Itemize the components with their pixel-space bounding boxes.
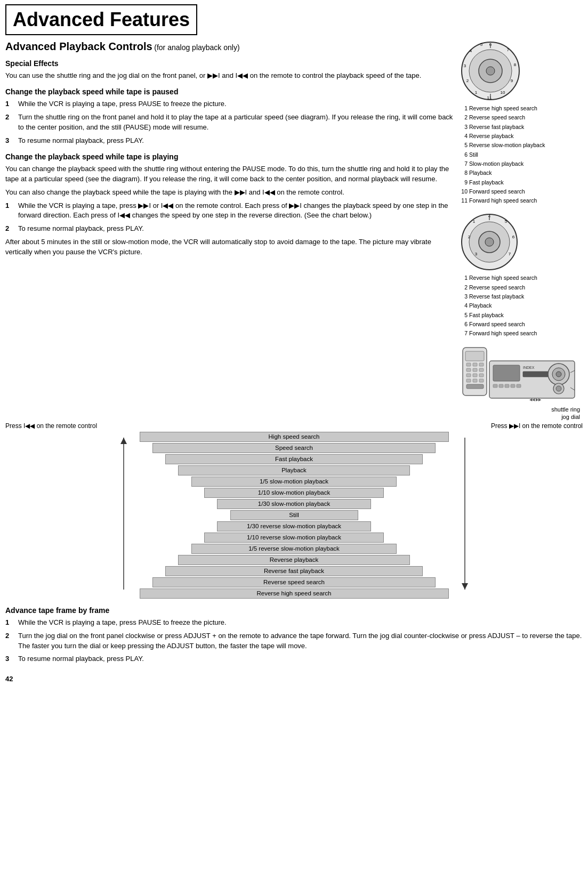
svg-text:2: 2 — [468, 235, 471, 239]
svg-rect-51 — [517, 384, 521, 388]
chart-bar: Reverse fast playback — [165, 566, 423, 576]
svg-rect-48 — [499, 384, 503, 388]
chart-bars: High speed searchSpeed searchFast playba… — [137, 432, 452, 599]
svg-rect-41 — [473, 379, 477, 382]
staircase-chart: High speed searchSpeed searchFast playba… — [108, 432, 481, 599]
dial1-label-item: 3Reverse fast playback — [460, 123, 583, 132]
dial2-label-item: 3Reverse fast playback — [460, 292, 583, 301]
dial1-label-item: 6Still — [460, 150, 583, 159]
dial2-svg: 4 5 6 7 3 2 1 — [460, 213, 519, 271]
change-paused-step3: 3 To resume normal playback, press PLAY. — [5, 136, 455, 146]
svg-rect-39 — [479, 374, 484, 377]
svg-rect-47 — [493, 384, 497, 388]
dial1-svg: 6 7 8 9 10 11 1 2 3 4 5 — [460, 41, 521, 102]
svg-text:5: 5 — [480, 42, 483, 47]
chart-row: Speed search — [137, 443, 452, 453]
chart-row: 1/5 reverse slow-motion playback — [137, 544, 452, 554]
right-arrow — [449, 432, 481, 599]
advance-step1-text: While the VCR is playing a tape, press P… — [18, 618, 583, 628]
svg-text:10: 10 — [501, 90, 505, 95]
dial2-label-item: 1Reverse high speed search — [460, 273, 583, 283]
shuttle-ring-label: shuttle ring — [551, 406, 580, 413]
change-paused-step2-text: Turn the shuttle ring on the front panel… — [18, 112, 455, 133]
chart-bar: Reverse high speed search — [140, 588, 449, 599]
chart-bar: Reverse playback — [178, 555, 409, 565]
section-subtitle: (for analog playback only) — [154, 43, 239, 52]
svg-rect-31 — [466, 363, 471, 366]
chart-bar: 1/30 slow-motion playback — [217, 499, 371, 509]
svg-rect-37 — [466, 374, 471, 377]
special-effects-section: Special Effects You can use the shuttle … — [5, 58, 455, 81]
chart-row: 1/5 slow-motion playback — [137, 477, 452, 487]
chart-bar: Playback — [178, 465, 409, 475]
chart-bar: 1/5 reverse slow-motion playback — [191, 544, 397, 554]
svg-text:9: 9 — [511, 78, 513, 83]
svg-text:4: 4 — [470, 49, 472, 53]
svg-rect-40 — [466, 379, 471, 382]
svg-point-27 — [485, 238, 494, 246]
vcr-svg: INDEX ◀◀ ▶▶ — [460, 345, 577, 414]
change-playing-step2: 2 To resume normal playback, press PLAY. — [5, 224, 455, 234]
advance-step3-text: To resume normal playback, press PLAY. — [18, 654, 583, 664]
svg-rect-34 — [466, 368, 471, 372]
svg-text:11: 11 — [487, 95, 492, 100]
svg-rect-38 — [473, 374, 477, 377]
vcr-section: INDEX ◀◀ ▶▶ shuttle ring jog dial — [460, 345, 583, 420]
dial2-label-item: 7Forward high speed search — [460, 329, 583, 338]
dial1-labels: 1Reverse high speed search2Reverse speed… — [460, 104, 583, 205]
left-arrow — [108, 432, 140, 599]
dial2-label-item: 4Playback — [460, 301, 583, 310]
chart-bar: Fast playback — [165, 454, 423, 464]
change-paused-step3-text: To resume normal playback, press PLAY. — [18, 136, 455, 146]
change-playing-heading: Change the playback speed while tape is … — [5, 151, 455, 162]
press-left-label: Press I◀◀ on the remote control — [5, 422, 97, 430]
chart-bar: High speed search — [140, 432, 449, 442]
dial1-label-item: 1Reverse high speed search — [460, 104, 583, 113]
change-playing-para3: After about 5 minutes in the still or sl… — [5, 237, 455, 257]
chart-row: Reverse fast playback — [137, 566, 452, 576]
chart-row: 1/30 reverse slow-motion playback — [137, 521, 452, 531]
chart-section: Press I◀◀ on the remote control Press ▶▶… — [0, 420, 588, 599]
chart-row: 1/30 slow-motion playback — [137, 499, 452, 509]
advance-step3: 3 To resume normal playback, press PLAY. — [5, 654, 583, 664]
svg-rect-42 — [479, 379, 484, 382]
change-paused-heading: Change the playback speed while tape is … — [5, 86, 455, 97]
chart-row: High speed search — [137, 432, 452, 442]
change-playing-section: Change the playback speed while tape is … — [5, 151, 455, 257]
change-playing-step2-text: To resume normal playback, press PLAY. — [18, 224, 455, 234]
page-wrapper: Advanced Features Advanced Playback Cont… — [0, 0, 588, 688]
svg-rect-43 — [466, 384, 484, 389]
svg-text:3: 3 — [464, 63, 466, 68]
svg-rect-33 — [479, 363, 484, 366]
svg-text:1: 1 — [473, 219, 476, 224]
change-paused-section: Change the playback speed while tape is … — [5, 86, 455, 146]
page-number-area: 42 — [0, 675, 588, 688]
right-column: 6 7 8 9 10 11 1 2 3 4 5 — [460, 41, 583, 420]
chart-row: Reverse playback — [137, 555, 452, 565]
chart-bar: Speed search — [152, 443, 436, 453]
playback-controls-heading: Advanced Playback Controls (for analog p… — [5, 41, 455, 53]
dial1-label-item: 4Reverse playback — [460, 132, 583, 141]
svg-rect-45 — [493, 365, 520, 381]
chart-row: Reverse speed search — [137, 577, 452, 587]
change-playing-step1-text: While the VCR is playing a tape, press ▶… — [18, 201, 455, 221]
advance-step2-text: Turn the jog dial on the front panel clo… — [18, 631, 583, 651]
dial1-label-item: 8Playback — [460, 168, 583, 178]
chart-press-row: Press I◀◀ on the remote control Press ▶▶… — [5, 422, 583, 430]
dial2-label-item: 6Forward speed search — [460, 320, 583, 329]
page-title: Advanced Features — [13, 9, 190, 31]
svg-text:5: 5 — [505, 219, 508, 224]
svg-text:2: 2 — [466, 78, 469, 83]
page-number: 42 — [5, 675, 13, 683]
jog-dial-label: jog dial — [561, 414, 580, 420]
chart-row: Playback — [137, 465, 452, 475]
dial1-label-item: 10Forward speed search — [460, 187, 583, 196]
dial2-labels: 1Reverse high speed search2Reverse speed… — [460, 273, 583, 338]
section-title: Advanced Playback Controls — [5, 41, 152, 52]
change-paused-step1: 1 While the VCR is playing a tape, press… — [5, 99, 455, 109]
chart-bar: 1/30 reverse slow-motion playback — [217, 521, 371, 531]
dial1-label-item: 7Slow-motion playback — [460, 159, 583, 168]
dial2-section: 4 5 6 7 3 2 1 1Reverse high speed search… — [460, 213, 583, 338]
chart-bar: Still — [230, 510, 358, 520]
dial2-label-item: 5Fast playback — [460, 311, 583, 320]
